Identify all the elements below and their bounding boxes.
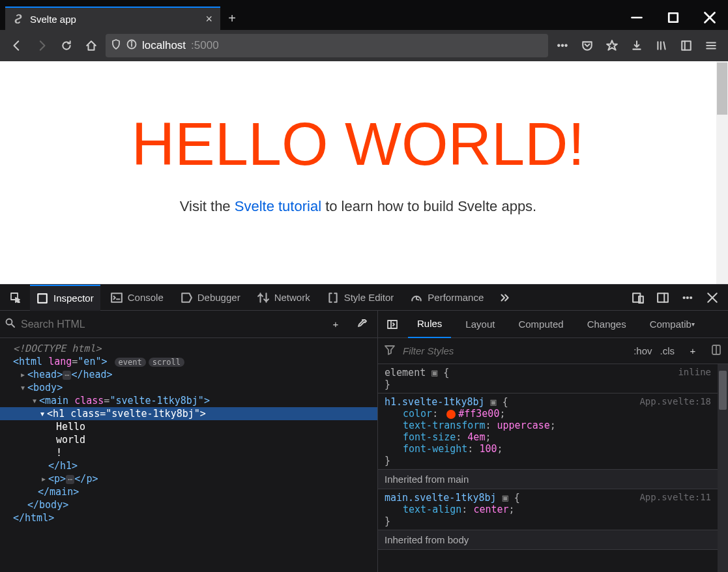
svg-rect-10	[682, 41, 691, 50]
new-tab-button[interactable]: +	[220, 7, 244, 30]
tree-h1-close[interactable]: </h1>	[0, 459, 377, 472]
window-minimize-button[interactable]	[619, 5, 655, 30]
forward-button	[31, 35, 52, 56]
svg-rect-16	[38, 294, 47, 303]
add-element-button[interactable]: +	[325, 314, 346, 335]
tree-doctype[interactable]: <!DOCTYPE html>	[0, 342, 377, 355]
window-close-button[interactable]	[692, 5, 728, 30]
rules-scrollbar[interactable]	[719, 371, 727, 410]
tab-title: Svelte app	[30, 14, 76, 25]
page-scrollbar[interactable]	[717, 63, 727, 115]
window-maximize-button[interactable]	[655, 5, 692, 30]
library-icon[interactable]	[651, 35, 672, 56]
tree-text[interactable]: !	[0, 446, 377, 459]
cls-toggle[interactable]: .cls	[660, 345, 675, 356]
home-button[interactable]	[81, 35, 102, 56]
filter-styles-input[interactable]	[403, 345, 626, 356]
tree-text[interactable]: world	[0, 433, 377, 446]
browser-tab[interactable]: Svelte app ×	[5, 7, 220, 30]
app-menu-icon[interactable]	[701, 35, 721, 56]
tab-performance[interactable]: Performance	[404, 285, 490, 311]
toggle-3pane-icon[interactable]	[382, 314, 403, 335]
pocket-icon[interactable]	[577, 35, 598, 56]
devtools-menu-icon[interactable]: •••	[677, 287, 698, 308]
add-rule-button[interactable]: +	[682, 341, 703, 362]
svelte-tutorial-link[interactable]: Svelte tutorial	[235, 198, 321, 214]
svelte-icon	[13, 14, 23, 24]
rules-pane[interactable]: inline element ▣ { } App.svelte:18 h1.sv…	[378, 364, 728, 572]
responsive-mode-icon[interactable]	[628, 287, 648, 308]
svg-rect-1	[669, 13, 678, 22]
svg-line-9	[663, 42, 665, 49]
rtab-layout[interactable]: Layout	[456, 311, 504, 338]
bookmark-icon[interactable]	[602, 35, 622, 56]
color-swatch[interactable]	[446, 410, 456, 419]
tab-style-editor[interactable]: Style Editor	[321, 285, 401, 311]
rule-element[interactable]: inline element ▣ { }	[378, 364, 718, 393]
highlight-icon[interactable]: ▣	[502, 492, 508, 504]
downloads-icon[interactable]	[626, 35, 647, 56]
rtab-compat[interactable]: Compatib▾	[641, 311, 704, 338]
url-host: localhost	[142, 39, 186, 52]
rule-source[interactable]: App.svelte:11	[639, 492, 711, 502]
rtab-changes[interactable]: Changes	[578, 311, 635, 338]
rtab-computed[interactable]: Computed	[509, 311, 572, 338]
svg-rect-17	[111, 293, 122, 302]
rule-h1[interactable]: App.svelte:18 h1.svelte-1tky8bj ▣ { colo…	[378, 393, 718, 470]
tab-inspector[interactable]: Inspector	[30, 285, 100, 311]
browser-tabbar: Svelte app × +	[0, 5, 728, 30]
highlight-icon[interactable]: ▣	[491, 396, 497, 408]
tree-p[interactable]: ▸<p>⋯</p>	[0, 472, 377, 485]
filter-icon	[385, 345, 395, 357]
tree-body-close[interactable]: </body>	[0, 498, 377, 511]
rule-main[interactable]: App.svelte:11 main.svelte-1tky8bj ▣ { te…	[378, 489, 718, 530]
dom-tree[interactable]: <!DOCTYPE html> <html lang="en"> eventsc…	[0, 338, 377, 572]
tree-body[interactable]: ▾<body>	[0, 381, 377, 394]
tab-console[interactable]: Console	[104, 285, 170, 311]
tree-h1-selected[interactable]: ▾<h1 class="svelte-1tky8bj">	[0, 407, 377, 420]
hov-toggle[interactable]: :hov	[633, 345, 652, 356]
tab-close-icon[interactable]: ×	[205, 12, 212, 26]
devtools-close-icon[interactable]	[702, 287, 723, 308]
url-bar[interactable]: localhost:5000	[106, 34, 548, 57]
svg-point-6	[132, 42, 132, 42]
tree-html-close[interactable]: </html>	[0, 511, 377, 524]
tree-main-close[interactable]: </main>	[0, 485, 377, 498]
rule-source[interactable]: App.svelte:18	[639, 396, 711, 407]
tree-html[interactable]: <html lang="en"> eventscroll	[0, 355, 377, 368]
tab-debugger[interactable]: Debugger	[174, 285, 247, 311]
tree-main[interactable]: ▾<main class="svelte-1tky8bj">	[0, 394, 377, 407]
devtools-overflow-icon[interactable]	[494, 287, 515, 308]
shield-icon[interactable]	[111, 39, 121, 53]
search-icon	[5, 318, 16, 330]
tree-text[interactable]: Hello	[0, 420, 377, 433]
eyedropper-icon[interactable]	[351, 314, 372, 335]
tab-network[interactable]: Network	[251, 285, 317, 311]
svg-rect-26	[388, 321, 397, 328]
rtab-rules[interactable]: Rules	[408, 311, 451, 338]
url-port: :5000	[191, 39, 219, 52]
pick-element-icon[interactable]	[5, 287, 26, 308]
rule-source[interactable]: inline	[678, 367, 711, 377]
page-heading: Hello world!	[0, 110, 716, 179]
sidebar-icon[interactable]	[676, 35, 697, 56]
browser-navbar: localhost:5000 •••	[0, 30, 728, 61]
rules-tabbar: Rules Layout Computed Changes Compatib▾	[378, 311, 728, 338]
reload-button[interactable]	[56, 35, 77, 56]
page-viewport: Hello world! Visit the Svelte tutorial t…	[0, 61, 728, 284]
devtools-tabbar: Inspector Console Debugger Network Style…	[0, 285, 728, 311]
info-icon[interactable]	[126, 39, 137, 53]
svg-rect-20	[658, 293, 668, 302]
inherited-body-label: Inherited from body	[378, 530, 718, 550]
page-paragraph: Visit the Svelte tutorial to learn how t…	[0, 198, 716, 215]
back-button[interactable]	[7, 35, 27, 56]
tree-head[interactable]: ▸<head>⋯</head>	[0, 368, 377, 381]
highlight-icon[interactable]: ▣	[431, 367, 437, 379]
inherited-main-label: Inherited from main	[378, 470, 718, 489]
dock-mode-icon[interactable]	[652, 287, 673, 308]
svg-line-25	[12, 324, 14, 327]
search-html-input[interactable]	[21, 319, 315, 330]
page-actions-icon[interactable]: •••	[552, 35, 573, 56]
light-dark-icon[interactable]	[711, 345, 721, 357]
svg-point-24	[7, 319, 12, 325]
